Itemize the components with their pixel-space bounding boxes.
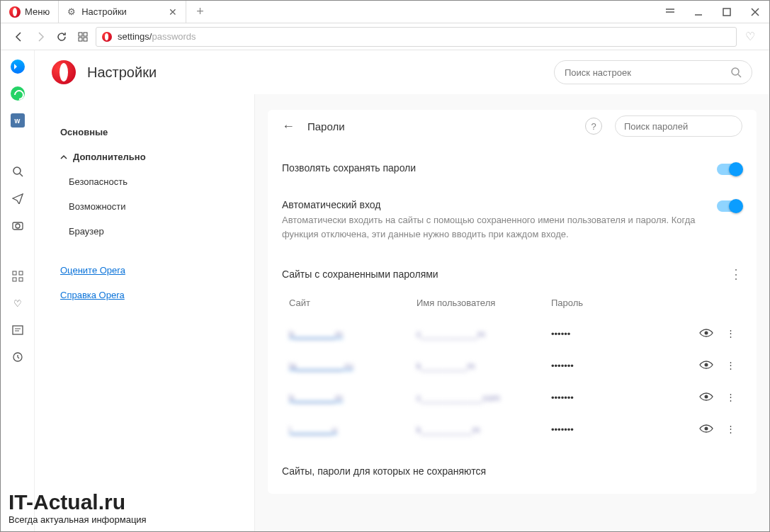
svg-rect-2 [84, 33, 87, 36]
svg-rect-12 [13, 326, 23, 334]
never-save-heading: Сайты, пароли для которых не сохраняются [268, 448, 757, 494]
svg-rect-8 [13, 271, 16, 275]
username-cell: k__________m [417, 424, 551, 435]
row-more-icon[interactable]: ⋮ [726, 328, 735, 340]
svg-point-19 [705, 427, 708, 431]
settings-side-nav: Основные Дополнительно Безопасность Возм… [35, 94, 254, 532]
svg-rect-9 [19, 271, 23, 275]
forward-button[interactable] [32, 28, 49, 45]
speed-dial-button[interactable] [74, 28, 91, 45]
site-link[interactable]: b________m [289, 329, 343, 339]
svg-point-14 [732, 68, 739, 75]
browser-tab-settings[interactable]: ⚙ Настройки ✕ [59, 1, 186, 23]
close-tab-icon[interactable]: ✕ [169, 6, 177, 18]
nav-help-opera[interactable]: Справка Opera [52, 283, 237, 307]
opera-menu-button[interactable]: Меню [1, 1, 59, 23]
nav-basic[interactable]: Основные [52, 120, 237, 145]
auto-login-title: Автоматический вход [282, 199, 706, 210]
table-header: Сайт Имя пользователя Пароль [282, 288, 742, 318]
setting-auto-login: Автоматический вход Автоматически входит… [268, 188, 757, 252]
url-text: settings/passwords [118, 31, 196, 42]
search-settings-field[interactable] [554, 60, 752, 84]
svg-rect-0 [723, 9, 730, 16]
search-settings-input[interactable] [565, 67, 731, 78]
vk-icon[interactable]: w [10, 113, 26, 128]
row-more-icon[interactable]: ⋮ [726, 392, 735, 404]
nav-browser[interactable]: Браузер [52, 219, 237, 244]
help-icon[interactable]: ? [585, 118, 602, 135]
nav-advanced[interactable]: Дополнительно [52, 145, 237, 169]
table-row[interactable]: la_________.ruk_________m•••••••⋮ [282, 350, 742, 382]
save-passwords-toggle[interactable] [717, 164, 742, 175]
camera-icon[interactable] [10, 217, 26, 233]
password-cell: •••••• [551, 329, 657, 339]
url-field[interactable]: settings/passwords [96, 27, 737, 47]
password-cell: ••••••• [551, 361, 657, 371]
back-arrow-icon[interactable]: ← [282, 119, 295, 134]
reveal-password-icon[interactable] [699, 328, 713, 340]
passwords-panel: ← Пароли ? Позволять сохранять пароли [254, 94, 769, 532]
svg-point-17 [705, 363, 708, 367]
table-row[interactable]: b________mc___________m••••••⋮ [282, 318, 742, 350]
settings-content: Настройки Основные Дополнительно Безопас… [35, 50, 769, 532]
username-cell: c___________m [417, 329, 551, 339]
nav-features[interactable]: Возможности [52, 194, 237, 219]
reveal-password-icon[interactable] [699, 424, 713, 436]
col-user: Имя пользователя [417, 298, 551, 308]
main-area: w ♡ Настройки Основные Дополнител [1, 50, 769, 532]
svg-point-16 [705, 332, 708, 335]
panel-title: Пароли [307, 120, 345, 132]
opera-logo-large-icon [52, 60, 76, 84]
new-tab-button[interactable]: + [186, 1, 214, 23]
heart-sidebar-icon[interactable]: ♡ [10, 295, 26, 311]
whatsapp-icon[interactable] [10, 86, 26, 101]
svg-rect-10 [13, 278, 16, 281]
svg-rect-11 [19, 278, 23, 281]
address-bar: settings/passwords ♡ [1, 23, 769, 50]
tabs-overview-icon[interactable] [656, 1, 684, 23]
site-link[interactable]: l________u [289, 424, 337, 435]
opera-logo-icon [9, 6, 21, 18]
search-icon [731, 67, 742, 78]
left-rail: w ♡ [1, 50, 35, 532]
search-passwords-input[interactable] [624, 121, 743, 132]
auto-login-toggle[interactable] [717, 200, 742, 212]
svg-rect-1 [79, 33, 82, 36]
bookmark-heart-icon[interactable]: ♡ [741, 30, 759, 43]
col-pass: Пароль [551, 298, 657, 308]
passwords-table: Сайт Имя пользователя Пароль b________mc… [268, 285, 757, 448]
history-icon[interactable] [10, 349, 26, 365]
back-button[interactable] [11, 28, 28, 45]
reveal-password-icon[interactable] [699, 392, 713, 404]
news-icon[interactable] [10, 322, 26, 338]
reveal-password-icon[interactable] [699, 360, 713, 372]
tab-title: Настройки [81, 6, 127, 17]
extensions-icon[interactable] [10, 268, 26, 284]
site-link[interactable]: b________m [289, 392, 343, 403]
saved-section-more-icon[interactable]: ⋮ [730, 266, 742, 282]
reload-button[interactable] [53, 28, 70, 45]
auto-login-desc: Автоматически входить на сайты с помощью… [282, 213, 706, 241]
search-passwords-field[interactable] [615, 115, 742, 137]
row-more-icon[interactable]: ⋮ [726, 424, 735, 436]
messenger-icon[interactable] [10, 59, 26, 74]
minimize-button[interactable] [684, 1, 713, 23]
table-row[interactable]: b________mc____________com•••••••⋮ [282, 382, 742, 414]
row-more-icon[interactable]: ⋮ [726, 360, 735, 372]
table-row[interactable]: l________uk__________m•••••••⋮ [282, 414, 742, 446]
svg-rect-4 [84, 38, 87, 41]
panel-header: ← Пароли ? [268, 110, 757, 151]
svg-point-7 [16, 224, 20, 228]
nav-security[interactable]: Безопасность [52, 169, 237, 194]
chevron-up-icon [60, 154, 67, 161]
close-window-button[interactable] [741, 1, 769, 23]
maximize-button[interactable] [713, 1, 741, 23]
settings-header: Настройки [35, 50, 769, 94]
page-title: Настройки [87, 64, 157, 81]
gear-icon: ⚙ [67, 6, 76, 17]
search-sidebar-icon[interactable] [10, 164, 26, 179]
site-link[interactable]: la_________.ru [289, 361, 353, 371]
send-icon[interactable] [10, 191, 26, 206]
password-cell: ••••••• [551, 424, 657, 435]
nav-rate-opera[interactable]: Оцените Opera [52, 258, 237, 283]
